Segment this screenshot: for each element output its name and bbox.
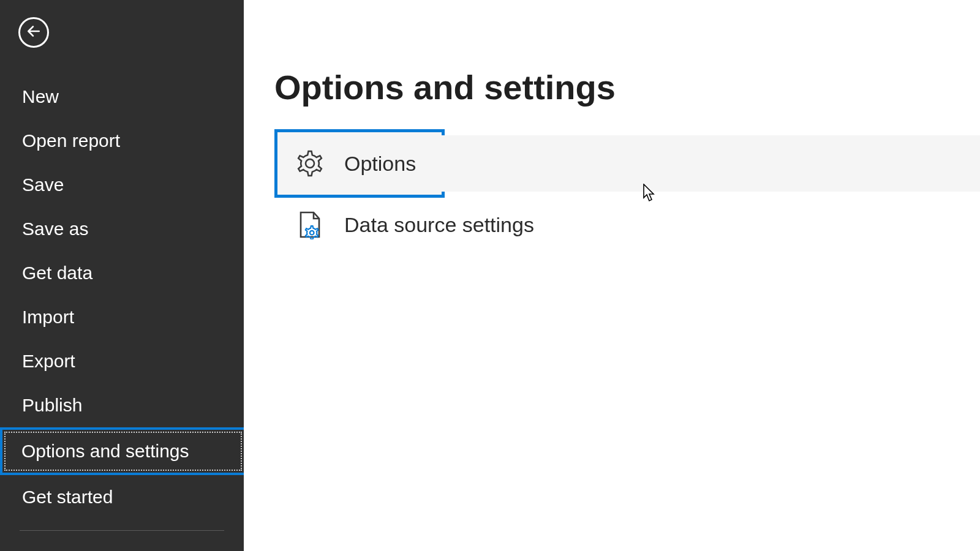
file-sidebar: New Open report Save Save as Get data Im…	[0, 0, 244, 551]
data-source-settings-label: Data source settings	[344, 213, 534, 237]
sidebar-item-label: Save	[22, 174, 64, 195]
back-arrow-icon	[26, 23, 42, 42]
sidebar-item-import[interactable]: Import	[0, 295, 244, 339]
sidebar-item-options-and-settings[interactable]: Options and settings	[0, 427, 244, 475]
sidebar-item-save[interactable]: Save	[0, 163, 244, 207]
sidebar-item-publish[interactable]: Publish	[0, 383, 244, 427]
sidebar-item-label: Save as	[22, 219, 88, 239]
sidebar-item-label: New	[22, 86, 59, 107]
data-source-settings-button[interactable]: Data source settings	[274, 194, 980, 255]
gear-icon	[293, 146, 327, 181]
sidebar-item-label: Options and settings	[21, 441, 189, 461]
sidebar-item-label: Open report	[22, 130, 120, 151]
sidebar-item-get-started[interactable]: Get started	[0, 475, 244, 519]
sidebar-item-save-as[interactable]: Save as	[0, 207, 244, 251]
content-pane: Options and settings Options	[244, 0, 980, 551]
sidebar-item-export[interactable]: Export	[0, 339, 244, 383]
sidebar-item-open-report[interactable]: Open report	[0, 119, 244, 163]
sidebar-item-label: Get data	[22, 263, 92, 283]
sidebar-item-new[interactable]: New	[0, 75, 244, 119]
page-title: Options and settings	[274, 67, 980, 107]
options-button[interactable]: Options	[274, 133, 980, 194]
sidebar-divider	[20, 530, 224, 531]
svg-point-1	[306, 159, 314, 168]
sidebar-item-get-data[interactable]: Get data	[0, 251, 244, 295]
svg-marker-3	[644, 184, 654, 201]
cursor-icon	[643, 184, 657, 204]
options-label: Options	[344, 152, 416, 176]
sidebar-item-label: Import	[22, 307, 74, 327]
sidebar-item-label: Export	[22, 351, 75, 371]
sidebar-item-label: Get started	[22, 487, 113, 507]
svg-point-2	[310, 231, 314, 235]
sidebar-item-label: Publish	[22, 395, 82, 415]
back-button[interactable]	[18, 17, 49, 48]
document-gear-icon	[293, 208, 327, 242]
app-root: New Open report Save Save as Get data Im…	[0, 0, 980, 551]
hover-strip	[439, 135, 980, 192]
